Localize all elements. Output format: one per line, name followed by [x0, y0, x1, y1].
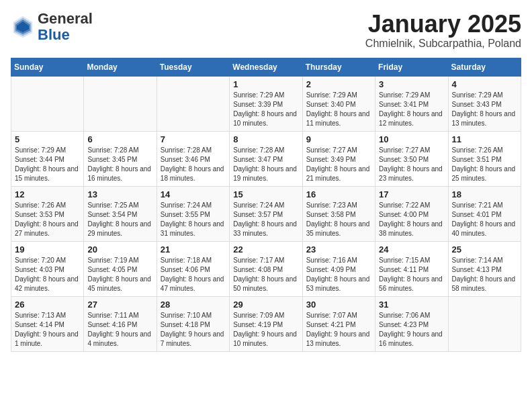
day-info: Sunrise: 7:28 AM Sunset: 3:46 PM Dayligh…	[161, 146, 226, 183]
day-number: 1	[233, 79, 298, 89]
day-info: Sunrise: 7:16 AM Sunset: 4:09 PM Dayligh…	[306, 256, 371, 293]
day-info: Sunrise: 7:25 AM Sunset: 3:54 PM Dayligh…	[87, 201, 152, 238]
calendar-cell: 22Sunrise: 7:17 AM Sunset: 4:08 PM Dayli…	[230, 241, 302, 296]
day-number: 30	[306, 300, 371, 310]
calendar-header: SundayMondayTuesdayWednesdayThursdayFrid…	[11, 58, 521, 76]
day-number: 18	[452, 189, 517, 199]
day-number: 15	[233, 189, 298, 199]
day-info: Sunrise: 7:19 AM Sunset: 4:05 PM Dayligh…	[87, 256, 152, 293]
day-info: Sunrise: 7:28 AM Sunset: 3:45 PM Dayligh…	[87, 146, 152, 183]
calendar-cell: 31Sunrise: 7:06 AM Sunset: 4:23 PM Dayli…	[375, 296, 448, 351]
page-header: General Blue January 2025 Chmielnik, Sub…	[11, 11, 521, 50]
day-number: 24	[379, 244, 444, 255]
calendar-cell: 24Sunrise: 7:15 AM Sunset: 4:11 PM Dayli…	[375, 241, 448, 296]
header-cell-friday: Friday	[375, 58, 448, 76]
header-cell-wednesday: Wednesday	[230, 58, 302, 76]
day-info: Sunrise: 7:29 AM Sunset: 3:43 PM Dayligh…	[452, 91, 517, 128]
day-number: 21	[161, 244, 226, 255]
logo-general-text: General	[38, 10, 93, 27]
day-info: Sunrise: 7:29 AM Sunset: 3:44 PM Dayligh…	[15, 146, 80, 183]
header-row: SundayMondayTuesdayWednesdayThursdayFrid…	[11, 58, 521, 76]
day-info: Sunrise: 7:26 AM Sunset: 3:51 PM Dayligh…	[452, 146, 517, 183]
calendar-cell: 28Sunrise: 7:10 AM Sunset: 4:18 PM Dayli…	[157, 296, 229, 351]
calendar-cell: 21Sunrise: 7:18 AM Sunset: 4:06 PM Dayli…	[157, 241, 229, 296]
calendar-cell	[84, 76, 157, 131]
calendar-week-3: 12Sunrise: 7:26 AM Sunset: 3:53 PM Dayli…	[11, 186, 521, 241]
calendar-body: 1Sunrise: 7:29 AM Sunset: 3:39 PM Daylig…	[11, 76, 521, 351]
calendar-cell: 20Sunrise: 7:19 AM Sunset: 4:05 PM Dayli…	[84, 241, 157, 296]
calendar-cell: 12Sunrise: 7:26 AM Sunset: 3:53 PM Dayli…	[11, 186, 84, 241]
day-number: 31	[379, 300, 444, 310]
calendar-cell: 7Sunrise: 7:28 AM Sunset: 3:46 PM Daylig…	[157, 131, 229, 186]
calendar-cell: 27Sunrise: 7:11 AM Sunset: 4:16 PM Dayli…	[84, 296, 157, 351]
calendar-cell: 2Sunrise: 7:29 AM Sunset: 3:40 PM Daylig…	[302, 76, 375, 131]
day-number: 5	[15, 134, 80, 144]
day-info: Sunrise: 7:21 AM Sunset: 4:01 PM Dayligh…	[452, 201, 517, 238]
day-number: 6	[87, 134, 152, 144]
calendar-cell: 29Sunrise: 7:09 AM Sunset: 4:19 PM Dayli…	[230, 296, 302, 351]
calendar-week-4: 19Sunrise: 7:20 AM Sunset: 4:03 PM Dayli…	[11, 241, 521, 296]
day-number: 29	[233, 300, 298, 310]
title-block: January 2025 Chmielnik, Subcarpathia, Po…	[365, 11, 521, 50]
day-info: Sunrise: 7:18 AM Sunset: 4:06 PM Dayligh…	[161, 256, 226, 293]
day-number: 9	[306, 134, 371, 144]
day-number: 3	[379, 79, 444, 89]
day-number: 14	[161, 189, 226, 199]
day-number: 4	[452, 79, 517, 89]
calendar-cell: 26Sunrise: 7:13 AM Sunset: 4:14 PM Dayli…	[11, 296, 84, 351]
calendar-cell: 19Sunrise: 7:20 AM Sunset: 4:03 PM Dayli…	[11, 241, 84, 296]
day-info: Sunrise: 7:07 AM Sunset: 4:21 PM Dayligh…	[306, 311, 371, 349]
day-info: Sunrise: 7:29 AM Sunset: 3:39 PM Dayligh…	[233, 91, 298, 128]
calendar-cell: 15Sunrise: 7:24 AM Sunset: 3:57 PM Dayli…	[230, 186, 302, 241]
calendar-cell: 18Sunrise: 7:21 AM Sunset: 4:01 PM Dayli…	[448, 186, 521, 241]
day-number: 12	[15, 189, 80, 199]
calendar-cell: 8Sunrise: 7:28 AM Sunset: 3:47 PM Daylig…	[230, 131, 302, 186]
day-number: 8	[233, 134, 298, 144]
calendar-cell: 13Sunrise: 7:25 AM Sunset: 3:54 PM Dayli…	[84, 186, 157, 241]
calendar-cell: 1Sunrise: 7:29 AM Sunset: 3:39 PM Daylig…	[230, 76, 302, 131]
day-info: Sunrise: 7:27 AM Sunset: 3:49 PM Dayligh…	[306, 146, 371, 183]
day-number: 13	[87, 189, 152, 199]
header-cell-thursday: Thursday	[302, 58, 375, 76]
day-info: Sunrise: 7:29 AM Sunset: 3:41 PM Dayligh…	[379, 91, 444, 128]
header-cell-monday: Monday	[84, 58, 157, 76]
calendar-cell: 14Sunrise: 7:24 AM Sunset: 3:55 PM Dayli…	[157, 186, 229, 241]
calendar-cell: 6Sunrise: 7:28 AM Sunset: 3:45 PM Daylig…	[84, 131, 157, 186]
calendar-title: January 2025	[365, 11, 521, 38]
calendar-cell: 9Sunrise: 7:27 AM Sunset: 3:49 PM Daylig…	[302, 131, 375, 186]
day-info: Sunrise: 7:15 AM Sunset: 4:11 PM Dayligh…	[379, 256, 444, 293]
calendar-cell: 10Sunrise: 7:27 AM Sunset: 3:50 PM Dayli…	[375, 131, 448, 186]
calendar-cell: 16Sunrise: 7:23 AM Sunset: 3:58 PM Dayli…	[302, 186, 375, 241]
header-cell-sunday: Sunday	[11, 58, 84, 76]
day-info: Sunrise: 7:06 AM Sunset: 4:23 PM Dayligh…	[379, 311, 444, 349]
day-info: Sunrise: 7:17 AM Sunset: 4:08 PM Dayligh…	[233, 256, 298, 293]
day-info: Sunrise: 7:14 AM Sunset: 4:13 PM Dayligh…	[452, 256, 517, 293]
logo: General Blue	[11, 11, 93, 43]
day-info: Sunrise: 7:24 AM Sunset: 3:55 PM Dayligh…	[161, 201, 226, 238]
calendar-cell: 4Sunrise: 7:29 AM Sunset: 3:43 PM Daylig…	[448, 76, 521, 131]
day-info: Sunrise: 7:10 AM Sunset: 4:18 PM Dayligh…	[161, 311, 226, 349]
day-info: Sunrise: 7:28 AM Sunset: 3:47 PM Dayligh…	[233, 146, 298, 183]
calendar-week-1: 1Sunrise: 7:29 AM Sunset: 3:39 PM Daylig…	[11, 76, 521, 131]
logo-blue-text: Blue	[38, 26, 70, 43]
day-number: 27	[87, 300, 152, 310]
day-number: 2	[306, 79, 371, 89]
day-number: 11	[452, 134, 517, 144]
calendar-cell: 3Sunrise: 7:29 AM Sunset: 3:41 PM Daylig…	[375, 76, 448, 131]
calendar-cell: 11Sunrise: 7:26 AM Sunset: 3:51 PM Dayli…	[448, 131, 521, 186]
calendar-cell	[448, 296, 521, 351]
day-number: 20	[87, 244, 152, 255]
calendar-cell: 25Sunrise: 7:14 AM Sunset: 4:13 PM Dayli…	[448, 241, 521, 296]
calendar-cell: 5Sunrise: 7:29 AM Sunset: 3:44 PM Daylig…	[11, 131, 84, 186]
day-info: Sunrise: 7:20 AM Sunset: 4:03 PM Dayligh…	[15, 256, 80, 293]
calendar-week-5: 26Sunrise: 7:13 AM Sunset: 4:14 PM Dayli…	[11, 296, 521, 351]
day-info: Sunrise: 7:29 AM Sunset: 3:40 PM Dayligh…	[306, 91, 371, 128]
day-info: Sunrise: 7:09 AM Sunset: 4:19 PM Dayligh…	[233, 311, 298, 349]
day-info: Sunrise: 7:27 AM Sunset: 3:50 PM Dayligh…	[379, 146, 444, 183]
day-info: Sunrise: 7:11 AM Sunset: 4:16 PM Dayligh…	[87, 311, 152, 349]
day-info: Sunrise: 7:24 AM Sunset: 3:57 PM Dayligh…	[233, 201, 298, 238]
logo-icon	[11, 15, 35, 39]
calendar-cell	[11, 76, 84, 131]
calendar-week-2: 5Sunrise: 7:29 AM Sunset: 3:44 PM Daylig…	[11, 131, 521, 186]
calendar-cell: 23Sunrise: 7:16 AM Sunset: 4:09 PM Dayli…	[302, 241, 375, 296]
